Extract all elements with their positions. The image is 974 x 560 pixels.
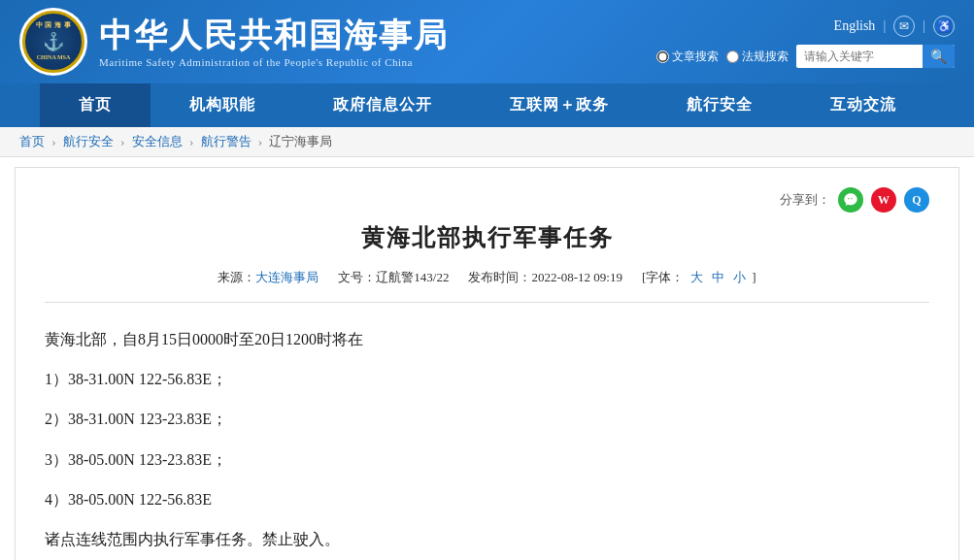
article-meta: 来源：大连海事局 文号：辽航警143/22 发布时间：2022-08-12 09… — [45, 269, 929, 286]
search-radio-law[interactable]: 法规搜索 — [726, 49, 789, 65]
header-left: 中 国 海 事 ⚓ CHINA MSA 中华人民共和国海事局 Maritime … — [19, 8, 449, 76]
font-size-ctrl: [字体： 大 中 小 ] — [642, 269, 756, 286]
article-divider — [45, 302, 929, 303]
nav-item-functions[interactable]: 机构职能 — [151, 83, 294, 127]
search-radios: 文章搜索 法规搜索 — [656, 49, 789, 65]
source-link[interactable]: 大连海事局 — [255, 270, 319, 284]
english-link[interactable]: English — [834, 18, 876, 34]
page-header: 中 国 海 事 ⚓ CHINA MSA 中华人民共和国海事局 Maritime … — [0, 0, 974, 83]
search-input-wrap: 🔍 — [796, 45, 955, 68]
search-radio-article[interactable]: 文章搜索 — [656, 49, 719, 65]
breadcrumb-nav-safety[interactable]: 航行安全 — [63, 134, 114, 148]
nav-item-govinfo[interactable]: 政府信息公开 — [294, 83, 471, 127]
share-wechat-icon[interactable] — [838, 187, 863, 213]
share-label: 分享到： — [780, 191, 830, 209]
breadcrumb-current: 辽宁海事局 — [269, 134, 332, 148]
content-area: 分享到： W Q 黄海北部执行军事任务 来源：大连海事局 文号：辽航警143/2… — [15, 167, 959, 560]
article-paragraph-5: 诸点连线范围内执行军事任务。禁止驶入。 — [45, 522, 929, 556]
font-large-btn[interactable]: 大 — [690, 270, 703, 284]
search-input[interactable] — [796, 47, 923, 66]
breadcrumb: 首页 › 航行安全 › 安全信息 › 航行警告 › 辽宁海事局 — [0, 127, 974, 157]
logo-inner: 中 国 海 事 ⚓ CHINA MSA — [22, 11, 84, 73]
breadcrumb-nav-warning[interactable]: 航行警告 — [201, 134, 252, 148]
header-top-links: English | ✉ | ♿ — [834, 16, 955, 37]
accessibility-icon[interactable]: ♿ — [933, 16, 955, 37]
email-icon[interactable]: ✉ — [893, 16, 915, 37]
meta-source: 来源：大连海事局 — [218, 269, 319, 286]
font-small-btn[interactable]: 小 — [733, 270, 746, 284]
nav-item-internet[interactable]: 互联网＋政务 — [471, 83, 648, 127]
logo: 中 国 海 事 ⚓ CHINA MSA — [19, 8, 87, 76]
site-title-zh: 中华人民共和国海事局 — [99, 16, 449, 55]
article-title: 黄海北部执行军事任务 — [45, 222, 929, 253]
article-body: 黄海北部，自8月15日0000时至20日1200时将在1）38-31.00N 1… — [45, 322, 929, 556]
radio-article[interactable] — [656, 50, 669, 63]
nav-item-interaction[interactable]: 互动交流 — [791, 83, 935, 127]
radio-law[interactable] — [726, 50, 739, 63]
separator2: | — [923, 18, 925, 34]
breadcrumb-safety-info[interactable]: 安全信息 — [132, 134, 183, 148]
meta-publish: 发布时间：2022-08-12 09:19 — [468, 269, 622, 286]
search-bar: 文章搜索 法规搜索 🔍 — [656, 45, 955, 68]
share-bar: 分享到： W Q — [45, 187, 929, 213]
nav-item-home[interactable]: 首页 — [40, 83, 151, 127]
site-title-en: Maritime Safety Administration of the Pe… — [99, 56, 449, 68]
article-paragraph-4: 4）38-05.00N 122-56.83E — [45, 482, 929, 516]
breadcrumb-home[interactable]: 首页 — [19, 134, 45, 148]
article-paragraph-0: 黄海北部，自8月15日0000时至20日1200时将在 — [45, 322, 929, 356]
article-paragraph-3: 3）38-05.00N 123-23.83E； — [45, 443, 929, 477]
header-right: English | ✉ | ♿ 文章搜索 法规搜索 🔍 — [656, 16, 955, 68]
header-title-block: 中华人民共和国海事局 Maritime Safety Administratio… — [99, 16, 449, 69]
article-paragraph-1: 1）38-31.00N 122-56.83E； — [45, 362, 929, 396]
nav-item-navigation-safety[interactable]: 航行安全 — [648, 83, 791, 127]
font-medium-btn[interactable]: 中 — [712, 270, 724, 284]
share-qq-icon[interactable]: Q — [904, 187, 929, 213]
main-nav: 首页 机构职能 政府信息公开 互联网＋政务 航行安全 互动交流 — [0, 83, 974, 127]
article-paragraph-2: 2）38-31.00N 123-23.83E； — [45, 402, 929, 436]
share-weibo-icon[interactable]: W — [871, 187, 896, 213]
meta-docno: 文号：辽航警143/22 — [338, 269, 449, 286]
search-button[interactable]: 🔍 — [923, 45, 955, 68]
separator1: | — [883, 18, 886, 34]
